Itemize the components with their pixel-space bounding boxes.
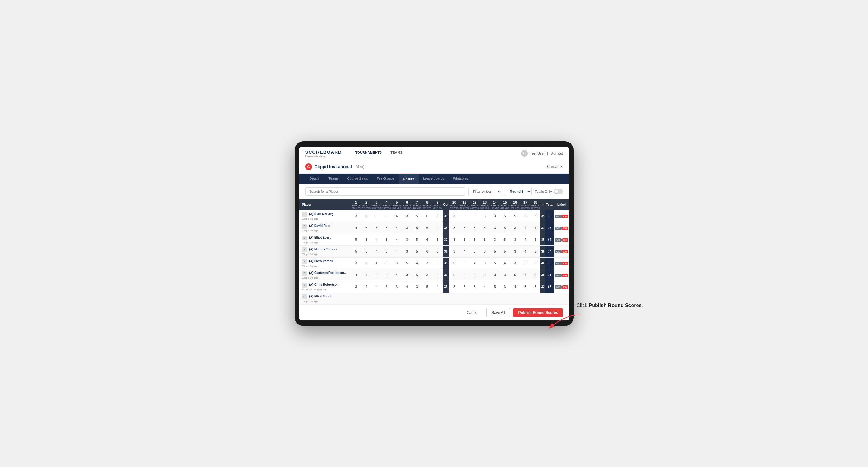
score-cell[interactable]: 5 [459,222,469,234]
score-cell[interactable]: 5 [480,234,490,245]
score-cell[interactable]: 4 [520,234,530,245]
footer-cancel-button[interactable]: Cancel [462,308,483,317]
score-cell[interactable]: 3 [480,245,490,257]
score-cell[interactable]: 5 [412,210,422,222]
score-cell[interactable]: 5 [490,245,500,257]
score-cell[interactable]: 4 [392,234,402,245]
score-cell[interactable]: 3 [381,234,392,245]
score-cell[interactable]: 5 [412,269,422,281]
score-cell[interactable]: 5 [480,210,490,222]
score-cell[interactable]: 3 [469,281,480,292]
score-cell[interactable]: 3 [392,281,402,292]
score-cell[interactable]: 3 [361,210,372,222]
score-cell[interactable]: 3 [490,269,500,281]
score-cell[interactable]: 3 [402,245,412,257]
score-cell[interactable]: 5 [469,245,480,257]
wd-label[interactable]: WD [555,274,561,277]
score-cell[interactable]: 4 [520,269,530,281]
cancel-tournament-button[interactable]: Cancel ✕ [547,164,563,169]
score-cell[interactable]: 5 [490,281,500,292]
score-cell[interactable]: 4 [392,245,402,257]
score-cell[interactable]: 4 [371,234,381,245]
totals-toggle-switch[interactable] [554,189,563,194]
score-cell[interactable]: 5 [459,210,469,222]
wd-label[interactable]: WD [555,262,561,265]
score-cell[interactable]: 5 [469,269,480,281]
score-cell[interactable]: 5 [381,245,392,257]
nav-teams[interactable]: TEAMS [391,151,403,156]
score-cell[interactable]: 5 [459,257,469,269]
score-cell[interactable]: 4 [459,245,469,257]
score-cell[interactable]: 5 [412,245,422,257]
score-cell[interactable]: 3 [480,269,490,281]
dq-label[interactable]: DQ [562,215,568,218]
round-select[interactable]: Round 3 [505,187,532,196]
score-cell[interactable]: 5 [351,245,361,257]
score-cell[interactable]: 5 [432,269,442,281]
score-cell[interactable]: 5 [459,234,469,245]
score-cell[interactable]: 3 [422,269,432,281]
score-cell[interactable]: 4 [530,222,540,234]
dq-label[interactable]: DQ [562,238,568,242]
score-cell[interactable]: 3 [520,210,530,222]
score-cell[interactable]: 5 [500,210,510,222]
wd-label[interactable]: WD [555,238,561,242]
score-cell[interactable]: 4 [371,281,381,292]
score-cell[interactable]: 3 [480,257,490,269]
tab-printables[interactable]: Printables [448,174,472,184]
score-cell[interactable]: 3 [432,210,442,222]
score-cell[interactable]: 5 [500,222,510,234]
score-cell[interactable]: 3 [449,245,459,257]
score-cell[interactable]: 4 [392,222,402,234]
score-cell[interactable]: 5 [432,234,442,245]
score-cell[interactable]: 5 [510,269,520,281]
nav-tournaments[interactable]: TOURNAMENTS [355,151,382,156]
dq-label[interactable]: DQ [562,274,568,277]
score-cell[interactable]: 3 [490,210,500,222]
score-cell[interactable]: 5 [520,257,530,269]
score-cell[interactable]: 4 [392,210,402,222]
score-cell[interactable]: 5 [381,257,392,269]
score-cell[interactable]: 5 [371,210,381,222]
score-cell[interactable]: 3 [449,281,459,292]
score-cell[interactable]: 4 [351,269,361,281]
wd-label[interactable]: WD [555,215,561,218]
score-cell[interactable]: 5 [500,245,510,257]
score-cell[interactable]: 4 [361,269,372,281]
score-cell[interactable]: 3 [402,234,412,245]
score-cell[interactable]: 3 [402,269,412,281]
tab-course-setup[interactable]: Course Setup [343,174,372,184]
score-cell[interactable]: 3 [412,281,422,292]
score-cell[interactable]: 3 [432,245,442,257]
score-cell[interactable]: 5 [432,257,442,269]
score-cell[interactable]: 6 [530,257,540,269]
tab-teams[interactable]: Teams [324,174,343,184]
score-cell[interactable]: 4 [480,281,490,292]
score-cell[interactable]: 5 [412,222,422,234]
score-cell[interactable]: 3 [392,257,402,269]
score-cell[interactable]: 3 [530,269,540,281]
score-cell[interactable]: 3 [449,222,459,234]
score-cell[interactable]: 4 [412,257,422,269]
score-cell[interactable]: 3 [510,245,520,257]
wd-label[interactable]: WD [555,226,561,230]
score-cell[interactable]: 3 [510,222,520,234]
score-cell[interactable]: 3 [490,222,500,234]
score-cell[interactable]: 5 [490,257,500,269]
score-cell[interactable]: 5 [480,222,490,234]
wd-label[interactable]: WD [555,250,561,253]
score-cell[interactable]: 5 [500,234,510,245]
score-cell[interactable]: 3 [459,269,469,281]
tab-tee-groups[interactable]: Tee Groups [372,174,399,184]
filter-by-team-select[interactable]: Filter by team [468,187,502,196]
score-cell[interactable]: 4 [520,222,530,234]
score-cell[interactable]: 5 [412,234,422,245]
dq-label[interactable]: DQ [562,285,568,289]
score-cell[interactable]: 3 [500,281,510,292]
score-cell[interactable]: 6 [361,222,372,234]
score-cell[interactable]: 6 [530,234,540,245]
score-cell[interactable]: 5 [469,234,480,245]
score-cell[interactable]: 3 [402,222,412,234]
score-cell[interactable]: 3 [351,210,361,222]
score-cell[interactable]: 4 [371,245,381,257]
